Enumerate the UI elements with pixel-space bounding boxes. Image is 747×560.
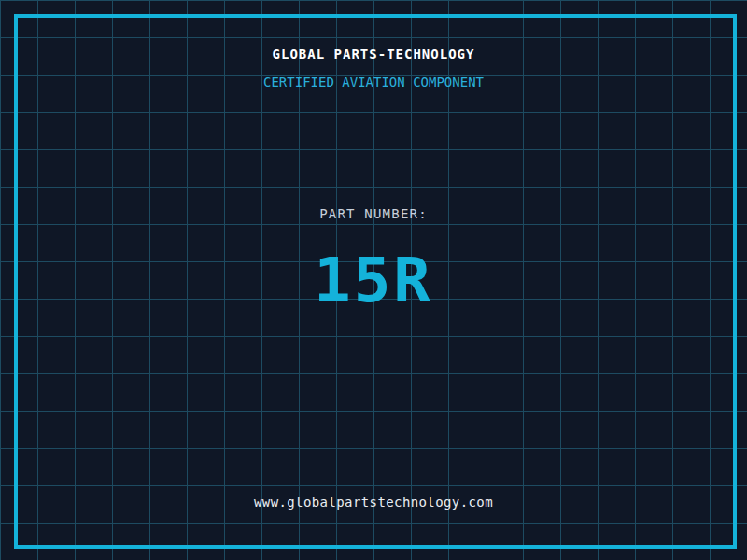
part-number-label: PART NUMBER: <box>0 206 747 221</box>
part-number-value: 15R <box>0 245 747 317</box>
company-title: GLOBAL PARTS-TECHNOLOGY <box>0 47 747 62</box>
website-url: www.globalpartstechnology.com <box>0 495 747 511</box>
blueprint-label-canvas: GLOBAL PARTS-TECHNOLOGY CERTIFIED AVIATI… <box>0 0 747 560</box>
certification-subtitle: CERTIFIED AVIATION COMPONENT <box>0 76 747 90</box>
